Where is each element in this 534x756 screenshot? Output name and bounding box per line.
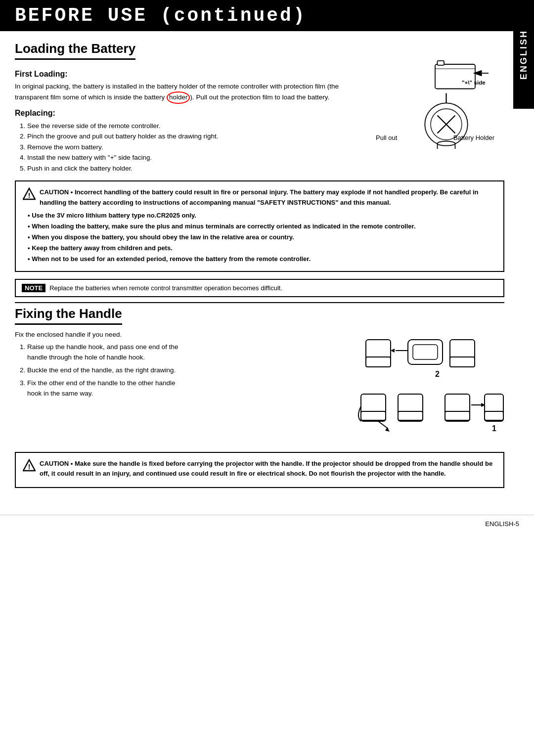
- first-loading-label: First Loading:: [15, 70, 361, 79]
- caution-handle-text: CAUTION • Make sure the handle is fixed …: [40, 459, 496, 480]
- handle-section: Fix the enclosed handle if you need. 1. …: [15, 330, 504, 445]
- replacing-item-1: 1. See the reverse side of the remote co…: [20, 121, 361, 132]
- caution-bullet-1: • Use the 3V micro lithium battery type …: [28, 210, 496, 221]
- caution-handle-body: • Make sure the handle is fixed before c…: [40, 460, 492, 478]
- holder-highlight: holder: [167, 91, 190, 103]
- replacing-item-4: 4. Install the new battery with "+" side…: [20, 152, 361, 163]
- page-header: BEFORE USE (continued): [0, 0, 534, 31]
- note-battery-box: NOTE Replace the batteries when remote c…: [15, 279, 504, 297]
- caution-battery-text: CAUTION • Incorrect handling of the batt…: [40, 187, 496, 208]
- handle-diagram: 2: [351, 330, 504, 445]
- caution-handle-header: ! CAUTION • Make sure the handle is fixe…: [23, 459, 496, 480]
- handle-item-1: 1. Raise up the handle hook, and pass on…: [20, 342, 346, 363]
- svg-rect-21: [413, 345, 438, 359]
- caution-bullet-5: • When not to be used for an extended pe…: [28, 254, 496, 265]
- page-number-area: ENGLISH-5: [0, 515, 534, 533]
- replacing-item-5: 5. Push in and click the battery holder.: [20, 163, 361, 174]
- handle-item-2: 2. Buckle the end of the handle, as the …: [20, 365, 346, 376]
- handle-intro: Fix the enclosed handle if you need.: [15, 330, 346, 340]
- note-text: Replace the batteries when remote contro…: [49, 284, 282, 292]
- caution-handle-label: CAUTION: [40, 460, 69, 467]
- replacing-label: Replacing:: [15, 109, 361, 118]
- replacing-item-3: 3. Remove the worn battery.: [20, 142, 361, 153]
- fixing-handle-title: Fixing the Handle: [15, 306, 122, 325]
- caution-label: CAUTION: [40, 188, 69, 196]
- svg-text:2: 2: [435, 370, 440, 378]
- battery-diagram: "+\" side: [366, 60, 504, 174]
- svg-rect-23: [450, 357, 475, 367]
- diagram-labels: Pull out Battery Holder: [376, 134, 494, 141]
- svg-text:!: !: [28, 191, 31, 199]
- first-loading-text: In original packing, the battery is inst…: [15, 82, 361, 104]
- handle-item-3: 3. Fix the other end of the handle to th…: [20, 378, 346, 399]
- svg-point-12: [438, 141, 455, 146]
- handle-svg: 2: [351, 330, 504, 444]
- loading-section: First Loading: In original packing, the …: [15, 65, 504, 174]
- caution-battery-box: ! CAUTION • Incorrect handling of the ba…: [15, 180, 504, 271]
- caution-battery-bullets: • Use the 3V micro lithium battery type …: [23, 210, 496, 265]
- caution-handle-icon: !: [23, 459, 36, 472]
- battery-holder-label: Battery Holder: [453, 134, 494, 141]
- caution-bullet-2: • When loading the battery, make sure th…: [28, 221, 496, 232]
- section-divider: [15, 302, 504, 303]
- svg-text:"+\" side: "+\" side: [462, 79, 486, 86]
- svg-rect-32: [445, 411, 470, 420]
- main-content: Loading the Battery First Loading: In or…: [0, 31, 534, 505]
- loading-text-col: First Loading: In original packing, the …: [15, 65, 361, 174]
- handle-text-col: Fix the enclosed handle if you need. 1. …: [15, 330, 346, 445]
- svg-marker-28: [385, 427, 390, 432]
- svg-text:1: 1: [492, 424, 496, 433]
- loading-battery-title: Loading the Battery: [15, 41, 135, 60]
- svg-rect-36: [485, 411, 503, 420]
- caution-battery-header: ! CAUTION • Incorrect handling of the ba…: [23, 187, 496, 208]
- caution-main-text: • Incorrect handling of the battery coul…: [40, 188, 479, 206]
- pull-out-label: Pull out: [376, 134, 397, 141]
- page-number: ENGLISH-5: [485, 520, 519, 528]
- svg-rect-17: [366, 357, 391, 367]
- svg-text:!: !: [28, 463, 31, 471]
- svg-rect-2: [438, 61, 445, 65]
- svg-rect-26: [361, 411, 386, 420]
- note-label: NOTE: [22, 284, 45, 292]
- caution-bullet-4: • Keep the battery away from children an…: [28, 243, 496, 254]
- svg-marker-19: [391, 349, 395, 353]
- caution-handle-box: ! CAUTION • Make sure the handle is fixe…: [15, 452, 504, 489]
- header-title: BEFORE USE (continued): [15, 5, 307, 26]
- caution-battery-icon: !: [23, 187, 36, 200]
- svg-rect-30: [398, 411, 423, 420]
- svg-line-27: [378, 421, 388, 429]
- caution-bullet-3: • When you dispose the battery, you shou…: [28, 232, 496, 243]
- replacing-item-2: 2. Pinch the groove and pull out battery…: [20, 131, 361, 142]
